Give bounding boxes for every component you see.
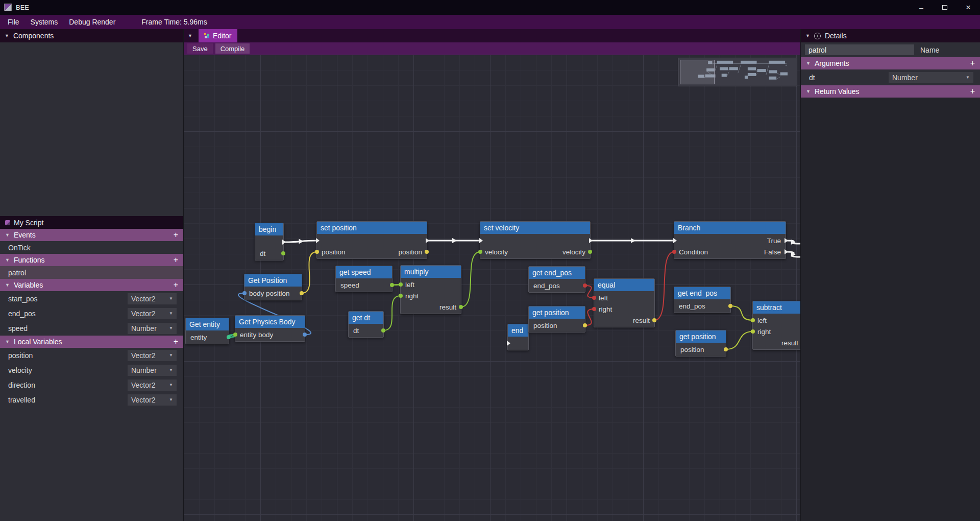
input-pin[interactable] (478, 250, 482, 254)
exec-out-pin[interactable] (785, 249, 788, 254)
node-title[interactable]: Get Position (244, 274, 302, 287)
collapse-icon[interactable]: ▼ (805, 33, 810, 38)
input-pin[interactable] (399, 282, 403, 287)
section-return-values[interactable]: ▼ Return Values + (801, 85, 980, 98)
node-equal[interactable]: equalleftrightresult (594, 278, 655, 327)
node-title[interactable]: set position (317, 222, 427, 234)
add-return-value-button[interactable]: + (970, 87, 975, 96)
menu-debug-render[interactable]: Debug Render (63, 15, 121, 29)
maximize-button[interactable] (933, 0, 957, 15)
type-dropdown[interactable]: Vector2 ▼ (128, 394, 177, 406)
node-title[interactable]: multiply (401, 266, 461, 278)
variable-row-start-pos[interactable]: start_pos Vector2 ▼ (0, 291, 183, 306)
node-getspeed[interactable]: get speedspeed (335, 266, 393, 292)
collapse-icon[interactable]: ▼ (5, 257, 10, 263)
node-title[interactable]: get end_pos (529, 267, 585, 279)
variable-row-end-pos[interactable]: end_pos Vector2 ▼ (0, 306, 183, 321)
output-pin[interactable] (728, 304, 732, 308)
input-pin[interactable] (242, 291, 247, 295)
tab-editor[interactable]: Editor (199, 29, 237, 42)
minimize-button[interactable]: – (910, 0, 933, 15)
type-dropdown[interactable]: Vector2 ▼ (128, 293, 177, 304)
node-title[interactable]: subtract (753, 301, 800, 314)
local-variable-row-travelled[interactable]: travelled Vector2 ▼ (0, 392, 183, 407)
exec-in-pin[interactable] (316, 238, 320, 243)
node-title[interactable]: get dt (349, 312, 383, 324)
node-title[interactable]: set velocity (480, 222, 590, 234)
collapse-icon[interactable]: ▼ (806, 61, 811, 66)
exec-out-pin[interactable] (589, 238, 593, 243)
collapse-icon[interactable]: ▼ (5, 33, 9, 38)
section-local-variables[interactable]: ▼ Local Variables + (0, 336, 183, 348)
menu-file[interactable]: File (2, 15, 25, 29)
add-argument-button[interactable]: + (970, 59, 975, 67)
output-pin[interactable] (303, 333, 307, 337)
node-title[interactable]: Get Physics Body (235, 316, 305, 328)
type-dropdown[interactable]: Vector2 ▼ (128, 308, 177, 319)
add-function-button[interactable]: + (174, 256, 178, 264)
output-pin[interactable] (724, 347, 728, 351)
output-pin[interactable] (390, 283, 394, 287)
my-script-header[interactable]: My Script (0, 216, 183, 229)
input-pin[interactable] (592, 296, 596, 300)
menu-systems[interactable]: Systems (25, 15, 64, 29)
output-pin[interactable] (381, 328, 385, 333)
output-pin[interactable] (459, 305, 463, 309)
save-button[interactable]: Save (187, 43, 213, 54)
output-pin[interactable] (652, 318, 656, 322)
node-begin[interactable]: begindt (255, 223, 284, 260)
function-item-patrol[interactable]: patrol (0, 266, 183, 279)
node-title[interactable]: get position (529, 306, 585, 319)
node-setpos[interactable]: set positionpositionposition (316, 221, 427, 259)
output-pin[interactable] (300, 291, 304, 295)
node-subtract[interactable]: subtractleftrightresult (752, 301, 800, 350)
node-title[interactable]: get position (676, 330, 726, 343)
node-gpb[interactable]: Get Physics Bodyentity body (235, 315, 305, 342)
output-pin[interactable] (227, 335, 231, 339)
collapse-icon[interactable]: ▼ (5, 232, 10, 238)
section-variables[interactable]: ▼ Variables + (0, 279, 183, 291)
event-item-ontick[interactable]: OnTick (0, 241, 183, 254)
input-pin[interactable] (592, 307, 596, 311)
node-title[interactable]: get end_pos (674, 287, 730, 299)
exec-in-pin[interactable] (673, 238, 677, 243)
argument-type-dropdown[interactable]: Number ▼ (889, 72, 973, 83)
node-title[interactable]: Get entity (186, 318, 229, 330)
type-dropdown[interactable]: Vector2 ▼ (128, 380, 177, 391)
output-pin[interactable] (425, 250, 429, 254)
argument-row-dt[interactable]: dt Number ▼ (801, 69, 980, 85)
exec-out-pin[interactable] (282, 240, 286, 245)
node-title[interactable]: equal (594, 279, 654, 291)
minimap[interactable] (678, 58, 797, 86)
exec-in-pin[interactable] (507, 341, 510, 346)
input-pin[interactable] (751, 318, 755, 322)
node-graph-canvas[interactable]: begindtset positionpositionpositionset v… (184, 55, 800, 521)
exec-in-pin[interactable] (479, 238, 483, 243)
local-variable-row-position[interactable]: position Vector2 ▼ (0, 348, 183, 363)
close-button[interactable]: × (957, 0, 980, 15)
node-gep2[interactable]: get end_posend_pos (674, 287, 731, 313)
local-variable-row-velocity[interactable]: velocity Number ▼ (0, 363, 183, 377)
input-pin[interactable] (315, 250, 319, 254)
node-gp2[interactable]: get positionposition (675, 330, 726, 357)
output-pin[interactable] (588, 250, 592, 254)
input-pin[interactable] (399, 294, 403, 298)
node-end[interactable]: end (507, 324, 529, 350)
section-events[interactable]: ▼ Events + (0, 229, 183, 241)
node-multiply[interactable]: multiplyleftrightresult (400, 265, 461, 314)
input-pin[interactable] (233, 333, 237, 337)
exec-out-pin[interactable] (426, 238, 429, 243)
node-gp1[interactable]: get positionposition (528, 306, 585, 333)
collapse-icon[interactable]: ▼ (5, 339, 10, 344)
node-setvel[interactable]: set velocityvelocityvelocity (480, 221, 591, 259)
components-panel-header[interactable]: ▼ Components (0, 29, 183, 42)
add-event-button[interactable]: + (174, 231, 178, 239)
type-dropdown[interactable]: Vector2 ▼ (128, 350, 177, 361)
compile-button[interactable]: Compile (215, 43, 250, 54)
collapse-icon[interactable]: ▼ (5, 282, 10, 288)
type-dropdown[interactable]: Number ▼ (128, 323, 177, 334)
node-title[interactable]: Branch (674, 222, 786, 234)
output-pin[interactable] (583, 283, 587, 288)
node-gep1[interactable]: get end_posend_pos (528, 266, 585, 293)
exec-out-pin[interactable] (785, 238, 788, 243)
